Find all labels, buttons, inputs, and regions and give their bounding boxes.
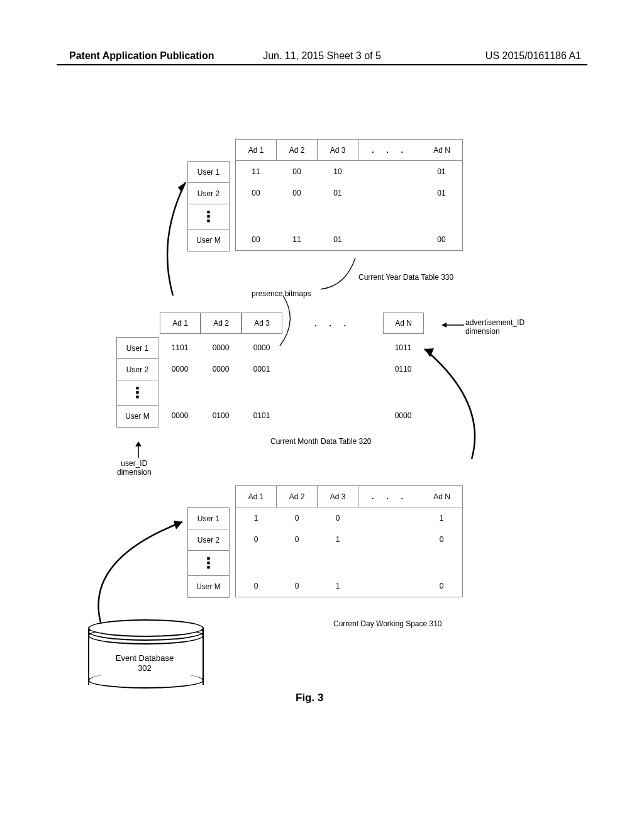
ad-col: Ad 2 xyxy=(201,313,242,334)
cell: 0000 xyxy=(160,405,201,426)
event-database-label: Event Database 302 xyxy=(88,653,201,673)
ad-col: Ad 3 xyxy=(318,140,358,161)
month-users-col: User 1 User 2 ■ ■ ■ User M xyxy=(116,337,158,428)
user-label: User 1 xyxy=(117,338,158,359)
cell-gap xyxy=(282,405,383,426)
day-table-label: Current Day Working Space 310 xyxy=(333,619,442,628)
cell: 0 xyxy=(236,575,277,597)
cell: 0 xyxy=(277,529,318,550)
cell: 0100 xyxy=(201,405,242,426)
page-header: Patent Application Publication Jun. 11, … xyxy=(0,50,644,62)
user-label: User 2 xyxy=(117,359,158,380)
year-table: Ad 1 Ad 2 Ad 3 . . . Ad N 11 00 10 01 00… xyxy=(235,139,463,251)
ad-col-gap: . . . xyxy=(358,140,421,161)
cell: 00 xyxy=(236,182,277,204)
cell: 01 xyxy=(421,182,462,204)
cell: 0 xyxy=(236,529,277,550)
user-vdots: ■ ■ ■ xyxy=(117,380,158,406)
cell: 1 xyxy=(421,507,462,529)
cell: 0000 xyxy=(201,358,242,380)
cell: 00 xyxy=(277,161,318,182)
cell: 0000 xyxy=(160,358,201,380)
cell: 0000 xyxy=(242,337,282,358)
cell: 0 xyxy=(277,575,318,597)
ad-col: Ad 2 xyxy=(277,140,318,161)
cell: 00 xyxy=(277,182,318,204)
arrow-month-to-year xyxy=(160,176,198,302)
svg-marker-1 xyxy=(174,521,182,529)
ad-col: Ad 3 xyxy=(242,313,282,334)
cell: 11 xyxy=(236,161,277,182)
header-center: Jun. 11, 2015 Sheet 3 of 5 xyxy=(263,50,381,61)
ad-dim-label: advertisement_ID dimension xyxy=(465,318,525,336)
cell: 00 xyxy=(236,229,277,250)
ad-col: Ad 3 xyxy=(318,486,358,507)
user-label: User M xyxy=(117,406,158,427)
cell: 1 xyxy=(318,575,358,597)
year-table-label: Current Year Data Table 330 xyxy=(358,273,453,282)
cell: 1101 xyxy=(160,337,201,358)
month-table-label: Current Month Data Table 320 xyxy=(270,437,372,446)
cell: 0 xyxy=(277,507,318,529)
svg-marker-4 xyxy=(135,441,142,446)
cell: 01 xyxy=(421,161,462,182)
ad-col: Ad 1 xyxy=(236,140,277,161)
cell: 0001 xyxy=(242,358,282,380)
cell: 10 xyxy=(318,161,358,182)
ad-col: Ad 1 xyxy=(236,486,277,507)
cell: 0101 xyxy=(242,405,282,426)
cell: 1 xyxy=(318,529,358,550)
user-dim-arrow-icon xyxy=(132,440,145,459)
day-table: Ad 1 Ad 2 Ad 3 . . . Ad N 1 0 0 1 0 0 1 … xyxy=(235,485,463,597)
header-right: US 2015/0161186 A1 xyxy=(486,50,581,62)
ad-col: Ad N xyxy=(421,486,462,507)
arrow-db-to-day xyxy=(88,516,195,629)
cell: 11 xyxy=(277,229,318,250)
svg-marker-0 xyxy=(178,182,186,192)
cell-gap xyxy=(358,182,421,204)
cell-gap xyxy=(358,507,421,529)
ad-col-gap: . . . xyxy=(358,486,421,507)
ad-col: Ad 2 xyxy=(277,486,318,507)
event-database-icon: Event Database 302 xyxy=(88,619,201,689)
header-rule xyxy=(57,64,587,65)
cell: 0 xyxy=(318,507,358,529)
cell: 0 xyxy=(421,575,462,597)
cell-gap xyxy=(358,575,421,597)
cell-gap xyxy=(358,229,421,250)
arrow-day-to-month xyxy=(415,340,484,465)
ad-col: Ad N xyxy=(421,140,462,161)
user-dim-label: user_ID dimension xyxy=(117,459,152,477)
header-left: Patent Application Publication xyxy=(69,50,214,62)
presence-callout-month xyxy=(280,296,311,352)
ad-col: Ad 1 xyxy=(160,313,201,334)
cell-gap xyxy=(282,358,383,380)
cell: 0000 xyxy=(201,337,242,358)
ad-col: Ad N xyxy=(383,313,424,334)
cell: 01 xyxy=(318,229,358,250)
cell: 0 xyxy=(421,529,462,550)
figure-label: Fig. 3 xyxy=(296,692,323,704)
ad-dim-arrow-icon xyxy=(440,320,465,330)
cell-gap xyxy=(358,529,421,550)
cell-gap xyxy=(358,161,421,182)
cell: 01 xyxy=(318,182,358,204)
cell: 1 xyxy=(236,507,277,529)
presence-callout-year xyxy=(321,255,365,292)
cell: 00 xyxy=(421,229,462,250)
svg-marker-6 xyxy=(441,323,447,328)
